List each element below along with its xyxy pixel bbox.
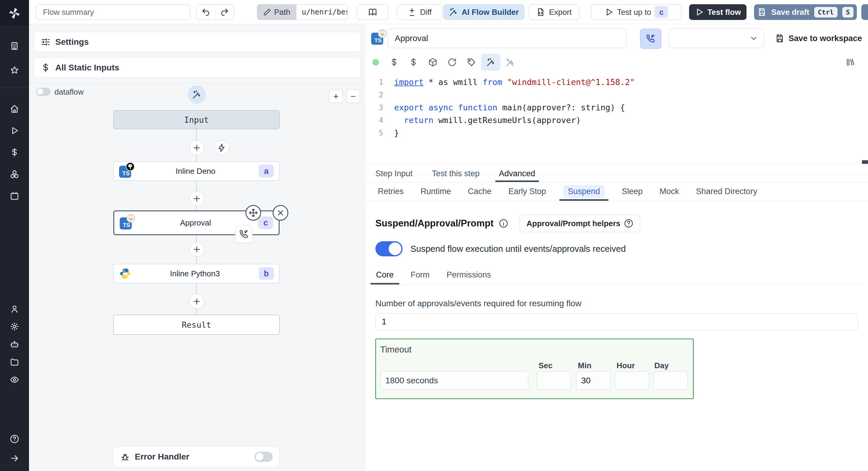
add-step-button[interactable]	[189, 191, 204, 206]
docs-button[interactable]	[356, 4, 389, 20]
add-step-button[interactable]	[189, 242, 204, 257]
inner-tab-form[interactable]: Form	[410, 267, 430, 285]
suspend-toggle[interactable]	[375, 241, 403, 256]
code-line[interactable]: 4 return wmill.getResumeUrls(approver)	[366, 114, 868, 126]
workspace-logo[interactable]	[0, 0, 29, 27]
inner-tab-core[interactable]: Core	[375, 267, 395, 285]
script-version-select[interactable]	[669, 29, 764, 48]
sidebar-item-runs[interactable]	[0, 122, 29, 139]
test-up-to-button[interactable]: Test up to c	[591, 4, 682, 20]
info-icon[interactable]	[499, 219, 508, 228]
plus-icon	[192, 143, 201, 152]
tab-step-input[interactable]: Step Input	[375, 165, 412, 182]
approval-prompt-helpers-button[interactable]: Approval/Prompt helpers	[520, 215, 640, 232]
error-handler-card[interactable]: Error Handler	[113, 446, 280, 467]
subtab-runtime[interactable]: Runtime	[421, 182, 451, 201]
path-button[interactable]: Path u/henri/bes	[257, 4, 347, 20]
tab-advanced[interactable]: Advanced	[499, 165, 535, 182]
help-circle-icon	[624, 219, 633, 228]
subtab-cache[interactable]: Cache	[468, 182, 491, 201]
library-panel-button[interactable]	[840, 54, 860, 71]
add-step-button[interactable]	[189, 140, 204, 155]
timeout-min-input[interactable]: 30	[576, 371, 611, 390]
phone-incoming-icon	[646, 34, 655, 43]
sidebar-item-audit-logs[interactable]	[0, 371, 29, 388]
variables-button[interactable]	[384, 54, 404, 71]
inner-tab-permissions[interactable]: Permissions	[446, 267, 492, 285]
home-icon	[10, 104, 19, 113]
sidebar-item-folders[interactable]	[0, 354, 29, 371]
suspend-phone-button[interactable]	[640, 29, 661, 49]
flow-node-inline-deno[interactable]: TS Inline Deno a	[113, 161, 280, 181]
package-button[interactable]	[423, 54, 442, 71]
subtab-sleep[interactable]: Sleep	[622, 182, 643, 201]
flow-node-input[interactable]: Input	[113, 110, 280, 129]
diff-label: Diff	[420, 7, 432, 17]
sidebar-item-workspace[interactable]	[0, 37, 29, 54]
code-line[interactable]: 3export async function main(approver?: s…	[366, 101, 868, 114]
approvals-count-input[interactable]: 1	[375, 313, 858, 330]
sidebar-item-schedules[interactable]	[0, 187, 29, 204]
sidebar-item-home[interactable]	[0, 100, 29, 117]
sidebar-item-workers[interactable]	[0, 336, 29, 353]
step-name-input[interactable]: Approval	[388, 29, 626, 48]
add-trigger-button[interactable]	[214, 140, 229, 155]
sidebar-item-users[interactable]	[0, 300, 29, 317]
move-icon	[249, 208, 258, 217]
timeout-sec-input[interactable]	[537, 371, 571, 390]
all-static-inputs-button[interactable]: All Static Inputs	[34, 57, 361, 78]
sidebar-expand[interactable]	[0, 450, 29, 467]
deploy-button-partial[interactable]	[861, 4, 868, 20]
zoom-in-button[interactable]: +	[329, 89, 343, 103]
move-node-button[interactable]	[245, 205, 261, 221]
code-line[interactable]: 5}	[366, 126, 868, 139]
timeout-hour-input[interactable]	[615, 371, 649, 390]
flow-summary-input[interactable]: Flow summary	[36, 4, 190, 20]
flow-node-inline-python3[interactable]: Inline Python3 b	[113, 264, 280, 283]
sidebar-item-settings[interactable]	[0, 318, 29, 335]
ai-gen-disabled-button[interactable]	[500, 54, 520, 71]
subtab-mock[interactable]: Mock	[659, 182, 679, 201]
code-editor[interactable]: 1import * as wmill from "windmill-client…	[366, 73, 868, 165]
code-line[interactable]: 1import * as wmill from "windmill-client…	[366, 76, 868, 88]
sidebar-item-variables[interactable]	[0, 144, 29, 161]
wand-icon	[449, 7, 458, 17]
add-step-button[interactable]	[189, 294, 204, 309]
save-to-workspace-button[interactable]: Save to workspace	[775, 30, 862, 47]
subtab-retries[interactable]: Retries	[378, 182, 404, 201]
resources-button[interactable]	[404, 54, 423, 71]
ai-flow-builder-button[interactable]: AI Flow Builder	[443, 4, 525, 20]
test-flow-button[interactable]: Test flow	[689, 4, 746, 20]
undo-button[interactable]	[197, 4, 215, 20]
zoom-out-button[interactable]: −	[346, 89, 360, 103]
subtab-suspend[interactable]: Suspend	[563, 182, 605, 201]
zoom-out-label: −	[350, 91, 356, 101]
subtab-early-stop[interactable]: Early Stop	[508, 182, 546, 201]
ai-assistant-button[interactable]	[481, 54, 500, 71]
export-button[interactable]: Export	[529, 4, 579, 20]
dataflow-toggle[interactable]	[36, 88, 51, 96]
sidebar-item-resources[interactable]	[0, 166, 29, 183]
refresh-icon	[447, 58, 457, 67]
flow-node-result[interactable]: Result	[113, 315, 280, 335]
timeout-day-input[interactable]	[653, 371, 688, 390]
flow-settings-button[interactable]: Settings	[34, 32, 361, 52]
sidebar-item-help[interactable]	[0, 431, 29, 447]
error-handler-toggle[interactable]	[254, 452, 273, 462]
plus-icon	[192, 194, 201, 203]
redo-button[interactable]	[215, 4, 234, 20]
subtab-shared-directory[interactable]: Shared Directory	[696, 182, 757, 201]
tab-test-this-step[interactable]: Test this step	[432, 165, 479, 182]
sidebar-item-favorites[interactable]	[0, 62, 29, 79]
reload-button[interactable]	[442, 54, 462, 71]
suspend-indicator-button[interactable]	[235, 226, 253, 243]
save-draft-button[interactable]: Save draft Ctrl S	[754, 4, 857, 20]
delete-node-button[interactable]	[273, 205, 288, 221]
format-button[interactable]	[462, 54, 481, 71]
diff-button[interactable]: Diff	[397, 4, 442, 20]
suspend-toggle-label: Suspend flow execution until events/appr…	[410, 244, 626, 254]
graph-ai-wand-button[interactable]	[188, 86, 206, 104]
code-line[interactable]: 2	[366, 88, 868, 101]
timeout-seconds-input[interactable]: 1800 seconds	[380, 371, 528, 390]
bug-icon	[120, 452, 130, 462]
